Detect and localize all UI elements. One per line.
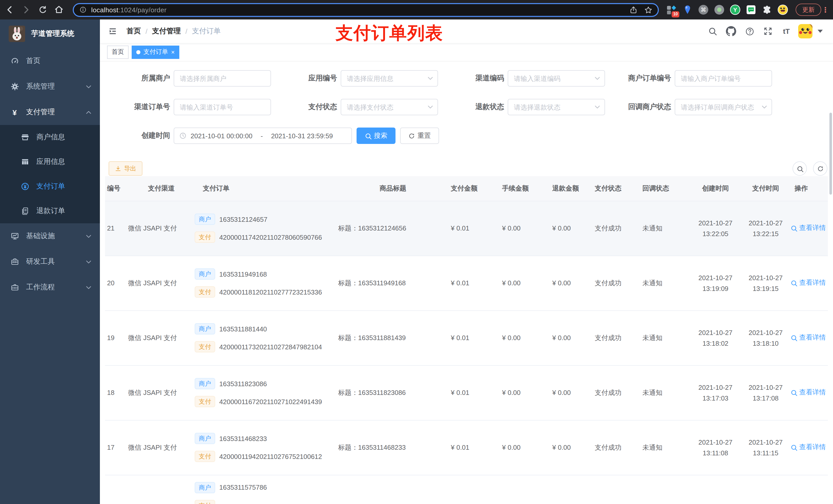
cell-id: 17 [105, 420, 128, 475]
share-icon[interactable] [629, 5, 638, 14]
bookmark-star-icon[interactable] [644, 5, 653, 14]
toggle-search-button[interactable] [792, 161, 807, 176]
scrollbar-thumb[interactable] [829, 113, 832, 195]
browser-back-button[interactable] [3, 3, 16, 16]
tag-pay-order[interactable]: 支付订单 × [132, 45, 179, 58]
extension-emoji-icon[interactable] [777, 4, 788, 15]
extension-diamond-icon[interactable]: 10 [666, 4, 677, 15]
site-info-icon[interactable] [79, 6, 87, 14]
sidebar-item-refund-order[interactable]: 退款订单 [0, 199, 100, 223]
browser-reload-button[interactable] [36, 3, 49, 16]
cell-amount: ¥ 0.01 [448, 256, 499, 310]
dashboard-icon [10, 57, 19, 65]
channel-order-no-input[interactable] [174, 99, 271, 115]
view-detail-link[interactable]: 查看详情 [790, 443, 826, 452]
tag-close-icon[interactable]: × [171, 49, 175, 55]
cell-id [105, 475, 128, 504]
cell-refund: ¥ 0.00 [549, 420, 595, 475]
merchant-order-no-input[interactable] [675, 70, 772, 87]
cell-fee: ¥ 0.00 [499, 365, 549, 420]
refresh-table-button[interactable] [813, 161, 827, 176]
export-button[interactable]: 导出 [109, 161, 142, 176]
browser-toolbar: localhost:1024/pay/order 10 ⌘ Y [0, 0, 833, 20]
merchant-input[interactable] [174, 70, 271, 87]
breadcrumb-item[interactable]: 首页 [126, 27, 141, 36]
sidebar-toggle-icon[interactable] [106, 25, 119, 38]
chevron-down-icon [427, 104, 433, 110]
table-row[interactable]: 21 微信 JSAPI 支付 商户 1635312124657 支付 42000… [105, 201, 828, 256]
sidebar-item-payment[interactable]: ¥ 支付管理 [0, 99, 100, 125]
browser-update-button[interactable]: 更新 [795, 4, 821, 16]
sidebar-item-home[interactable]: 首页 [0, 48, 100, 74]
sidebar-item-label: 首页 [26, 56, 41, 66]
browser-menu-icon[interactable]: ⋮ [821, 6, 829, 14]
sidebar-item-app-info[interactable]: 应用信息 [0, 149, 100, 174]
avatar[interactable] [798, 24, 812, 39]
sidebar-item-label: 支付管理 [26, 107, 55, 117]
table-row[interactable]: 19 微信 JSAPI 支付 商户 1635311881440 支付 42000… [105, 310, 828, 365]
cell-title: 标题：1635311881439 [338, 310, 448, 365]
address-bar[interactable]: localhost:1024/pay/order [73, 3, 659, 17]
help-icon[interactable] [743, 25, 756, 38]
column-header: 操作 [789, 176, 828, 201]
header-search-icon[interactable] [706, 25, 719, 38]
sidebar-item-workflow[interactable]: 工作流程 [0, 274, 100, 300]
view-detail-link[interactable]: 查看详情 [790, 333, 826, 342]
breadcrumb-item[interactable]: 支付管理 [152, 27, 181, 36]
filter-form: 所属商户 应用编号 渠道编码 商户订单编号 [100, 62, 833, 144]
filter-label: 渠道编码 [455, 74, 504, 83]
cell-refund [549, 475, 595, 504]
merchant-order-no: 1635311823086 [219, 380, 267, 387]
breadcrumb-separator: / [145, 27, 147, 35]
extension-y-icon[interactable]: Y [730, 4, 741, 15]
browser-home-button[interactable] [52, 3, 66, 16]
callback-status-select[interactable] [675, 99, 772, 115]
font-size-icon[interactable]: tT [780, 25, 793, 38]
table-row[interactable]: 20 微信 JSAPI 支付 商户 1635311949168 支付 42000… [105, 256, 828, 310]
channel-code-select[interactable] [508, 70, 605, 87]
github-icon[interactable] [724, 25, 738, 38]
tag-label: 支付订单 [143, 48, 168, 56]
cell-paid-time: 2021-10-2713:17:08 [742, 365, 789, 420]
cell-paid-time: 2021-10-2713:22:15 [742, 201, 789, 256]
column-header: 手续金额 [499, 176, 549, 201]
tag-home[interactable]: 首页 [107, 45, 128, 58]
search-button[interactable]: 搜索 [357, 127, 396, 144]
extension-record-icon[interactable] [714, 4, 725, 15]
sidebar-item-pay-order[interactable]: 支付订单 [0, 174, 100, 199]
cell-pay-status: 支付成功 [595, 256, 642, 310]
table-row[interactable]: 17 微信 JSAPI 支付 商户 1635311468233 支付 42000… [105, 420, 828, 475]
sidebar-item-infrastructure[interactable]: 基础设施 [0, 223, 100, 249]
column-header: 创建时间 [689, 176, 742, 201]
refund-status-select[interactable] [508, 99, 605, 115]
avatar-caret-icon[interactable] [818, 30, 823, 33]
sidebar-item-dev-tools[interactable]: 研发工具 [0, 249, 100, 274]
extensions-puzzle-icon[interactable] [761, 4, 772, 15]
sidebar-item-system[interactable]: 系统管理 [0, 74, 100, 99]
pay-tag: 支付 [195, 286, 215, 297]
cell-action: 查看详情 [789, 256, 828, 310]
chevron-down-icon [761, 104, 767, 110]
fullscreen-icon[interactable] [761, 25, 775, 38]
view-detail-link[interactable]: 查看详情 [790, 223, 826, 233]
table-row[interactable]: 18 微信 JSAPI 支付 商户 1635311823086 支付 42000… [105, 365, 828, 420]
create-time-range-picker[interactable]: 2021-10-01 00:00:00 - 2021-10-31 23:59:5… [174, 127, 352, 144]
view-detail-link[interactable]: 查看详情 [790, 388, 826, 397]
extension-chat-icon[interactable] [745, 4, 757, 15]
tag-label: 首页 [112, 48, 124, 56]
cell-refund: ¥ 0.00 [549, 365, 595, 420]
cell-created-time: 2021-10-2713:22:05 [689, 201, 742, 256]
column-header: 退款金额 [549, 176, 595, 201]
chevron-down-icon [86, 259, 92, 265]
table-row[interactable]: 商户 1635311575786 支付 查看详情 [105, 475, 828, 504]
pay-status-select[interactable] [341, 99, 438, 115]
app-select[interactable] [341, 70, 438, 87]
extension-command-icon[interactable]: ⌘ [698, 4, 709, 15]
merchant-order-no: 1635312124657 [219, 215, 267, 223]
sidebar-item-label: 研发工具 [26, 257, 55, 266]
reset-button[interactable]: 重置 [400, 127, 439, 144]
view-detail-link[interactable]: 查看详情 [790, 279, 826, 288]
browser-forward-button[interactable] [20, 3, 33, 16]
sidebar-item-merchant-info[interactable]: 商户信息 [0, 125, 100, 149]
extension-balloon-icon[interactable] [682, 4, 693, 15]
